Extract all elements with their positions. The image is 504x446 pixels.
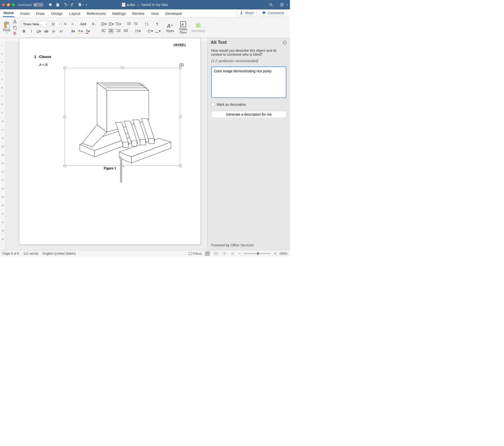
subscript-button[interactable]: x2: [51, 28, 56, 34]
font-size-combo[interactable]: 12: [50, 21, 61, 27]
focus-mode[interactable]: Focus: [189, 252, 202, 255]
svg-point-7: [281, 4, 283, 5]
svg-rect-41: [102, 31, 106, 32]
doc-icon: [122, 3, 125, 7]
increase-indent-icon[interactable]: [133, 21, 139, 27]
undo-icon[interactable]: [63, 2, 67, 7]
page-indicator[interactable]: Page 5 of 6: [2, 252, 19, 255]
autosave-toggle[interactable]: AutoSave OFF: [18, 3, 44, 7]
tab-review[interactable]: Review: [132, 10, 145, 17]
bullets-icon[interactable]: ▾: [101, 21, 107, 27]
bold-button[interactable]: B: [21, 28, 27, 34]
zoom-level[interactable]: 100%: [279, 252, 287, 255]
svg-rect-21: [102, 25, 105, 26]
tab-developer[interactable]: Developer: [165, 10, 183, 17]
account-icon[interactable]: [280, 2, 284, 7]
shading-icon[interactable]: ▾: [147, 28, 153, 34]
svg-rect-71: [214, 252, 217, 255]
align-right-icon[interactable]: [116, 28, 121, 34]
close-window-icon[interactable]: [2, 3, 5, 6]
zoom-slider[interactable]: [244, 253, 271, 254]
underline-button[interactable]: U▾: [36, 28, 42, 34]
tab-draw[interactable]: Draw: [35, 10, 45, 17]
align-center-icon[interactable]: [108, 28, 114, 34]
multilevel-list-icon[interactable]: ▾: [115, 21, 121, 27]
comments-button[interactable]: Comments: [259, 10, 287, 16]
tab-insert[interactable]: Insert: [20, 10, 30, 17]
borders-icon[interactable]: ▾: [155, 28, 161, 34]
line-spacing-icon[interactable]: ▾: [135, 28, 141, 34]
svg-rect-1: [122, 3, 125, 4]
web-layout-view-icon[interactable]: [213, 251, 219, 256]
outline-view-icon[interactable]: [222, 251, 227, 256]
font-color-icon[interactable]: A▾: [85, 28, 91, 34]
format-painter-icon[interactable]: [13, 31, 17, 36]
numbering-icon[interactable]: 123▾: [108, 21, 114, 27]
checkbox-icon[interactable]: [211, 103, 215, 106]
language-indicator[interactable]: English (United States): [43, 252, 76, 255]
grow-font-icon[interactable]: A^: [63, 21, 68, 27]
sort-icon[interactable]: AZ: [144, 21, 150, 27]
zoom-out-icon[interactable]: −: [238, 251, 241, 256]
selected-image[interactable]: [65, 68, 180, 166]
draft-view-icon[interactable]: [230, 251, 235, 256]
show-marks-icon[interactable]: ¶: [155, 21, 160, 27]
svg-text:A: A: [181, 23, 184, 26]
tab-layout[interactable]: Layout: [69, 10, 81, 17]
share-button[interactable]: Share: [237, 10, 257, 16]
tab-home[interactable]: Home: [3, 9, 14, 17]
justify-icon[interactable]: [123, 28, 129, 34]
maximize-window-icon[interactable]: [12, 3, 15, 6]
clear-format-icon[interactable]: A◇: [91, 21, 97, 27]
tab-design[interactable]: Design: [51, 10, 63, 17]
tab-mailings[interactable]: Mailings: [112, 10, 126, 17]
svg-rect-0: [122, 3, 125, 7]
styles-icon: A: [167, 22, 174, 29]
alt-text-question: How would you describe this object and i…: [211, 49, 286, 56]
svg-point-13: [15, 22, 16, 23]
svg-rect-31: [127, 23, 131, 23]
superscript-button[interactable]: x2: [58, 28, 64, 34]
titlebar: AutoSave OFF ▾ ▾ ▾ a.doc — Saved to my M…: [0, 0, 290, 9]
styles-button[interactable]: A Styles: [165, 22, 176, 33]
redo-icon[interactable]: [70, 2, 75, 7]
copy-icon[interactable]: [13, 25, 17, 30]
close-panel-icon[interactable]: ✕: [282, 40, 287, 45]
svg-rect-67: [189, 252, 192, 255]
alt-text-input[interactable]: [211, 66, 286, 98]
customize-qat-icon[interactable]: ▾: [86, 3, 87, 6]
align-left-icon[interactable]: [101, 28, 106, 34]
home-icon[interactable]: [48, 2, 53, 7]
strikethrough-button[interactable]: ab: [44, 28, 49, 34]
scrollbar-thumb[interactable]: [120, 157, 122, 183]
save-icon[interactable]: [56, 2, 60, 7]
italic-button[interactable]: I: [29, 28, 34, 34]
share-icon: [239, 11, 243, 15]
text-effects-icon[interactable]: A▾: [70, 28, 76, 34]
print-layout-view-icon[interactable]: [205, 251, 210, 256]
shrink-font-icon[interactable]: Aˇ: [70, 21, 75, 27]
paste-button[interactable]: Paste ▾: [2, 21, 12, 35]
word-count[interactable]: 111 words: [24, 252, 38, 255]
change-case-icon[interactable]: Aa▾: [80, 21, 86, 27]
document-region[interactable]: 112345678910111213141516171819 :2019(E) …: [5, 38, 207, 250]
highlight-icon[interactable]: ✎▾: [78, 28, 83, 34]
generate-description-button[interactable]: Generate a description for me: [211, 111, 286, 118]
font-name-combo[interactable]: Times New…: [21, 21, 48, 27]
svg-rect-47: [116, 31, 120, 32]
mark-decorative-checkbox[interactable]: Mark as decorative: [211, 103, 286, 106]
search-icon[interactable]: [269, 2, 273, 7]
decrease-indent-icon[interactable]: [126, 21, 132, 27]
minimize-window-icon[interactable]: [7, 3, 10, 6]
tab-view[interactable]: View: [150, 10, 159, 17]
svg-rect-32: [128, 24, 131, 24]
svg-rect-49: [124, 30, 128, 31]
page[interactable]: :2019(E) 1 Clause A < B (1): [19, 38, 201, 245]
zoom-in-icon[interactable]: +: [274, 251, 276, 256]
svg-point-18: [101, 24, 102, 25]
styles-pane-button[interactable]: A Styles Pane: [178, 21, 189, 34]
print-icon[interactable]: [78, 2, 82, 7]
tab-references[interactable]: References: [86, 10, 106, 17]
cut-icon[interactable]: [13, 19, 17, 24]
svg-rect-36: [135, 25, 138, 25]
